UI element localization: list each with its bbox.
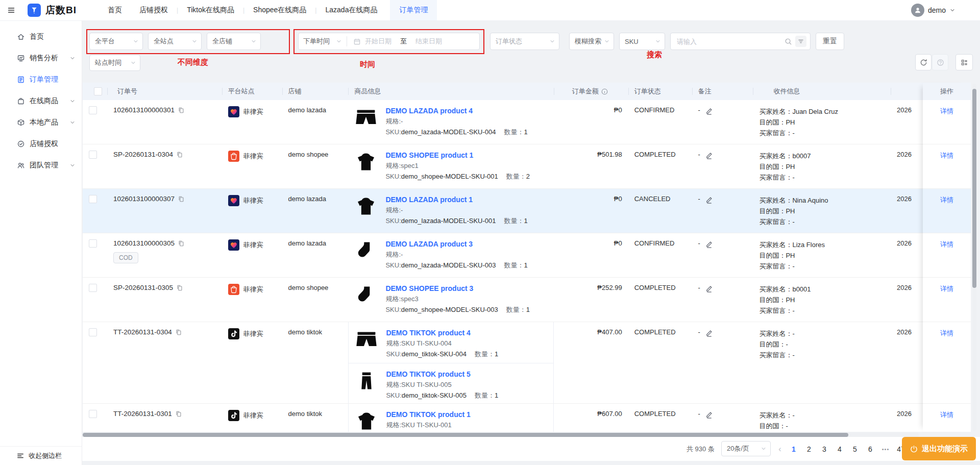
sidebar-item[interactable]: 团队管理	[0, 155, 82, 176]
nav-item[interactable]: Shopee在线商品	[251, 0, 308, 20]
sidebar-item[interactable]: 首页	[0, 26, 82, 47]
edit-note-icon[interactable]	[705, 411, 713, 419]
detail-link[interactable]: 详情	[940, 285, 953, 292]
sidebar-item[interactable]: 本地产品	[0, 112, 82, 133]
spec-label: 规格:	[385, 162, 401, 169]
product-title-link[interactable]: DEMO TIKTOK product 4	[386, 328, 547, 338]
shopee-icon	[228, 151, 239, 162]
site-select[interactable]: 全站点	[148, 33, 202, 50]
product-title-link[interactable]: DEMO LAZADA product 3	[385, 239, 547, 249]
end-date-input[interactable]: 结束日期	[415, 37, 442, 46]
platform-site: 菲律宾	[243, 284, 263, 295]
copy-icon[interactable]	[175, 410, 182, 418]
dest-country-label: 目的国：	[759, 252, 786, 259]
nav-item[interactable]: Tiktok在线商品	[185, 0, 236, 20]
filter-lines-icon[interactable]	[795, 36, 806, 47]
order-status-select[interactable]: 订单状态	[490, 33, 559, 50]
product-title-link[interactable]: DEMO SHOPEE product 1	[385, 151, 547, 160]
sidebar-item[interactable]: 店铺授权	[0, 133, 82, 155]
sidebar-item[interactable]: 销售分析	[0, 47, 82, 69]
buyer-message-value: -	[792, 351, 794, 359]
search-field-select[interactable]: SKU	[619, 33, 665, 50]
refresh-button[interactable]	[915, 54, 932, 70]
detail-link[interactable]: 详情	[940, 152, 953, 159]
platform-select[interactable]: 全平台	[89, 33, 143, 50]
buyer-message-value: -	[792, 129, 794, 137]
note-value: -	[698, 195, 700, 203]
horizontal-scrollbar[interactable]	[83, 433, 919, 437]
sku-label: SKU:	[385, 306, 401, 313]
copy-icon[interactable]	[176, 284, 183, 291]
copy-icon[interactable]	[178, 240, 185, 247]
site-time-select[interactable]: 站点时间	[89, 55, 140, 71]
hamburger-menu-icon[interactable]	[7, 6, 15, 14]
row-checkbox[interactable]	[89, 328, 97, 336]
qty-label: 数量：	[504, 217, 524, 225]
page-number[interactable]: 6	[863, 445, 878, 453]
nav-item[interactable]: 首页	[106, 0, 124, 20]
detail-link[interactable]: 详情	[940, 240, 953, 248]
product-title-link[interactable]: DEMO LAZADA product 1	[385, 195, 547, 205]
detail-link[interactable]: 详情	[940, 107, 953, 115]
keyword-input[interactable]	[676, 37, 781, 46]
row-checkbox[interactable]	[89, 106, 97, 114]
copy-icon[interactable]	[176, 151, 183, 158]
edit-note-icon[interactable]	[705, 152, 713, 159]
exit-demo-button[interactable]: 退出功能演示	[902, 437, 976, 460]
row-checkbox[interactable]	[89, 239, 97, 248]
page-number[interactable]: 1	[786, 445, 801, 453]
product-title-link[interactable]: DEMO SHOPEE product 3	[385, 284, 547, 293]
help-button[interactable]	[932, 54, 948, 70]
edit-note-icon[interactable]	[705, 285, 713, 292]
product-title-link[interactable]: DEMO TIKTOK product 5	[386, 370, 547, 379]
user-menu[interactable]: demo	[911, 0, 955, 20]
edit-note-icon[interactable]	[705, 240, 713, 248]
row-checkbox[interactable]	[89, 410, 97, 418]
nav-item[interactable]: 店铺授权	[137, 0, 170, 20]
detail-link[interactable]: 详情	[940, 196, 953, 204]
sidebar-item[interactable]: 在线商品	[0, 90, 82, 112]
row-checkbox[interactable]	[89, 151, 97, 159]
horizontal-scrollbar-thumb[interactable]	[83, 433, 848, 437]
shop-select[interactable]: 全店铺	[207, 33, 261, 50]
select-all-checkbox[interactable]	[94, 87, 102, 95]
row-checkbox[interactable]	[89, 284, 97, 292]
detail-link[interactable]: 详情	[940, 411, 953, 419]
info-icon[interactable]	[601, 88, 608, 95]
vertical-scrollbar[interactable]	[972, 84, 976, 431]
sidebar-item-label: 首页	[30, 32, 44, 41]
copy-icon[interactable]	[178, 107, 185, 114]
nav-item[interactable]: 订单管理	[390, 0, 437, 20]
page-number[interactable]: 2	[801, 445, 817, 453]
col-header-order-no: 订单号	[107, 83, 222, 100]
reset-button[interactable]: 重置	[816, 33, 844, 50]
sidebar-item-label: 订单管理	[30, 75, 58, 84]
sidebar-item[interactable]: 订单管理	[0, 69, 82, 90]
fuzzy-search-select[interactable]: 模糊搜索	[569, 33, 614, 50]
exit-demo-label: 退出功能演示	[922, 444, 968, 454]
edit-note-icon[interactable]	[705, 107, 713, 115]
page-number[interactable]: 5	[847, 445, 863, 453]
page-ellipsis[interactable]: •••	[878, 446, 893, 452]
page-number[interactable]: 4	[832, 445, 847, 453]
spec-value: spec1	[401, 162, 419, 169]
row-checkbox[interactable]	[89, 195, 97, 203]
vertical-scrollbar-thumb[interactable]	[972, 89, 976, 288]
detail-link[interactable]: 详情	[940, 329, 953, 337]
product-title-link[interactable]: DEMO LAZADA product 4	[385, 106, 547, 116]
search-icon[interactable]	[785, 38, 792, 45]
edit-note-icon[interactable]	[705, 329, 713, 337]
prev-page-button[interactable]: ‹	[774, 445, 786, 454]
copy-icon[interactable]	[178, 195, 185, 203]
start-date-input[interactable]: 开始日期	[365, 37, 391, 46]
collapse-sidebar-button[interactable]: 收起侧边栏	[0, 446, 82, 465]
page-size-select[interactable]: 20条/页	[721, 441, 771, 456]
edit-note-icon[interactable]	[705, 196, 713, 204]
time-dimension-select[interactable]: 下单时间	[299, 33, 347, 50]
copy-icon[interactable]	[175, 329, 182, 336]
column-settings-button[interactable]	[955, 54, 973, 70]
product-title-link[interactable]: DEMO TIKTOK product 1	[386, 410, 547, 420]
page-number[interactable]: 3	[817, 445, 832, 453]
spec-value: -	[401, 117, 403, 125]
nav-item[interactable]: Lazada在线商品	[323, 0, 379, 20]
